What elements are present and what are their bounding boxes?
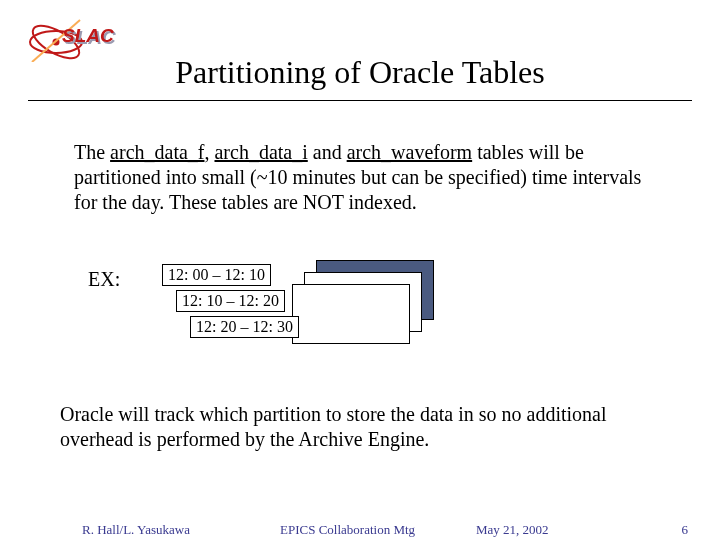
example-label: EX: <box>88 268 120 291</box>
body-paragraph-2: Oracle will track which partition to sto… <box>60 402 670 452</box>
footer-date: May 21, 2002 <box>476 522 549 538</box>
slide-title: Partitioning of Oracle Tables <box>0 54 720 91</box>
footer-authors: R. Hall/L. Yasukawa <box>82 522 190 538</box>
title-divider <box>28 100 692 101</box>
interval-3: 12: 20 – 12: 30 <box>190 316 299 338</box>
interval-2: 12: 10 – 12: 20 <box>176 290 285 312</box>
interval-1: 12: 00 – 12: 10 <box>162 264 271 286</box>
footer-meeting: EPICS Collaboration Mtg <box>280 522 415 538</box>
svg-text:SLAC: SLAC <box>62 25 114 46</box>
body-paragraph-1: The arch_data_f, arch_data_i and arch_wa… <box>74 140 659 215</box>
footer-page: 6 <box>682 522 689 538</box>
